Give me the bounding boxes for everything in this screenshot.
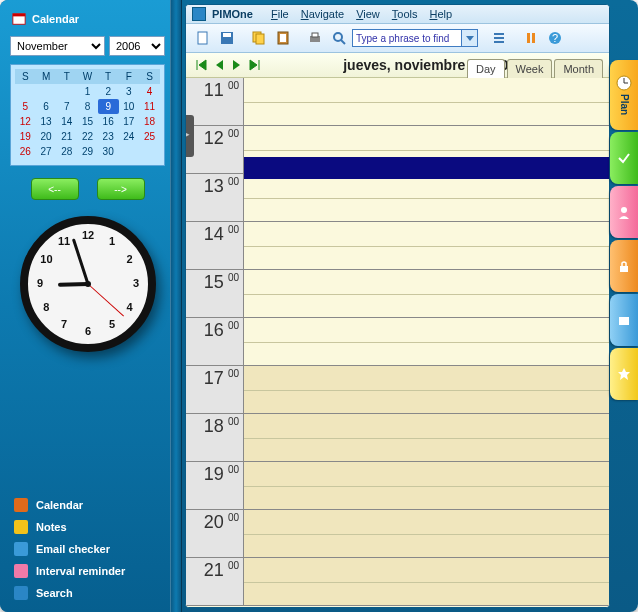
calendar-day[interactable]: 11 (139, 99, 160, 114)
calendar-day[interactable]: 16 (98, 114, 119, 129)
hour-row[interactable]: 1200 (186, 126, 609, 174)
copy-button[interactable] (248, 27, 270, 49)
notes-tab[interactable] (610, 240, 638, 292)
contacts-tab[interactable] (610, 186, 638, 238)
schedule-grid[interactable]: 1100120013001400150016001700180019002000… (186, 78, 609, 607)
calendar-day[interactable]: 28 (56, 144, 77, 159)
hour-label: 1900 (186, 462, 244, 509)
collapse-sidebar-handle[interactable] (186, 115, 194, 157)
find-button[interactable] (328, 27, 350, 49)
calendar-day[interactable]: 25 (139, 129, 160, 144)
calendar-day[interactable]: 3 (119, 84, 140, 99)
year-select[interactable]: 2006 (109, 36, 165, 56)
calendar-day[interactable]: 13 (36, 114, 57, 129)
hour-slot[interactable] (244, 222, 609, 269)
hour-row[interactable]: 1600 (186, 318, 609, 366)
paste-button[interactable] (272, 27, 294, 49)
hour-row[interactable]: 1400 (186, 222, 609, 270)
prev-day-button[interactable] (210, 56, 228, 74)
menu-view[interactable]: View (350, 6, 386, 22)
sidebar-item-email-checker[interactable]: Email checker (8, 538, 167, 560)
view-tab-week[interactable]: Week (507, 59, 553, 78)
first-day-button[interactable] (192, 56, 210, 74)
hour-slot[interactable] (244, 366, 609, 413)
hour-slot[interactable] (244, 462, 609, 509)
find-dropdown-button[interactable] (462, 29, 478, 47)
hour-slot[interactable] (244, 318, 609, 365)
svg-rect-30 (494, 33, 504, 35)
svg-text:9: 9 (36, 277, 42, 289)
calendar-day[interactable]: 22 (77, 129, 98, 144)
calendar-day[interactable]: 8 (77, 99, 98, 114)
calendar-day[interactable]: 12 (15, 114, 36, 129)
hour-slot[interactable] (244, 510, 609, 557)
calendar-day[interactable]: 29 (77, 144, 98, 159)
hour-slot[interactable] (244, 270, 609, 317)
print-button[interactable] (304, 27, 326, 49)
calendar-day[interactable]: 20 (36, 129, 57, 144)
hour-slot[interactable] (244, 558, 609, 605)
prev-month-button[interactable]: <-- (31, 178, 79, 200)
calendar-day[interactable]: 1 (77, 84, 98, 99)
month-select[interactable]: November (10, 36, 105, 56)
hour-slot[interactable] (244, 414, 609, 461)
calendar-day (36, 84, 57, 99)
hour-row[interactable]: 2100 (186, 558, 609, 606)
hour-row[interactable]: 1300 (186, 174, 609, 222)
calendar-day[interactable]: 30 (98, 144, 119, 159)
hour-slot[interactable] (244, 174, 609, 221)
plan-tab[interactable]: Plan (610, 60, 638, 130)
hour-row[interactable]: 1900 (186, 462, 609, 510)
calendar-day[interactable]: 10 (119, 99, 140, 114)
hour-row[interactable]: 1100 (186, 78, 609, 126)
calendar-day[interactable]: 24 (119, 129, 140, 144)
calendar-day[interactable]: 2 (98, 84, 119, 99)
sidebar-item-notes[interactable]: Notes (8, 516, 167, 538)
hour-row[interactable]: 1800 (186, 414, 609, 462)
menu-navigate[interactable]: Navigate (295, 6, 350, 22)
menu-file[interactable]: File (265, 6, 295, 22)
sidebar-item-search[interactable]: Search (8, 582, 167, 604)
calendar-day[interactable]: 27 (36, 144, 57, 159)
calendar-day[interactable]: 17 (119, 114, 140, 129)
plan-tab-label: Plan (619, 94, 630, 115)
sidebar-item-interval-reminder[interactable]: Interval reminder (8, 560, 167, 582)
next-month-button[interactable]: --> (97, 178, 145, 200)
calendar-day[interactable]: 18 (139, 114, 160, 129)
next-day-button[interactable] (228, 56, 246, 74)
calendar-day[interactable]: 7 (56, 99, 77, 114)
hour-row[interactable]: 1700 (186, 366, 609, 414)
calendar-day[interactable]: 21 (56, 129, 77, 144)
calendar-day[interactable]: 23 (98, 129, 119, 144)
calendar-day[interactable]: 6 (36, 99, 57, 114)
tasks-tab[interactable] (610, 132, 638, 184)
sidebar-item-calendar[interactable]: Calendar (8, 494, 167, 516)
hour-row[interactable]: 2000 (186, 510, 609, 558)
list-view-button[interactable] (488, 27, 510, 49)
hour-slot[interactable] (244, 78, 609, 125)
weekday-header: T (56, 69, 77, 84)
calendar-day[interactable]: 15 (77, 114, 98, 129)
calendar-day[interactable]: 4 (139, 84, 160, 99)
calendar-day[interactable]: 5 (15, 99, 36, 114)
calendar-day[interactable]: 9 (98, 99, 119, 114)
svg-point-28 (334, 33, 342, 41)
calendar-day[interactable]: 19 (15, 129, 36, 144)
sidebar-bottom-nav: CalendarNotesEmail checkerInterval remin… (2, 492, 173, 610)
calendar-day[interactable]: 26 (15, 144, 36, 159)
tools-button[interactable] (520, 27, 542, 49)
view-tab-day[interactable]: Day (467, 59, 505, 78)
help-button[interactable]: ? (544, 27, 566, 49)
last-day-button[interactable] (246, 56, 264, 74)
save-button[interactable] (216, 27, 238, 49)
find-input[interactable] (352, 29, 462, 47)
menu-help[interactable]: Help (423, 6, 458, 22)
menu-tools[interactable]: Tools (386, 6, 424, 22)
calendar-day[interactable]: 14 (56, 114, 77, 129)
hour-slot[interactable] (244, 126, 609, 173)
favorites-tab[interactable] (610, 348, 638, 400)
new-doc-button[interactable] (192, 27, 214, 49)
hour-row[interactable]: 1500 (186, 270, 609, 318)
mail-tab[interactable] (610, 294, 638, 346)
view-tab-month[interactable]: Month (554, 59, 603, 78)
